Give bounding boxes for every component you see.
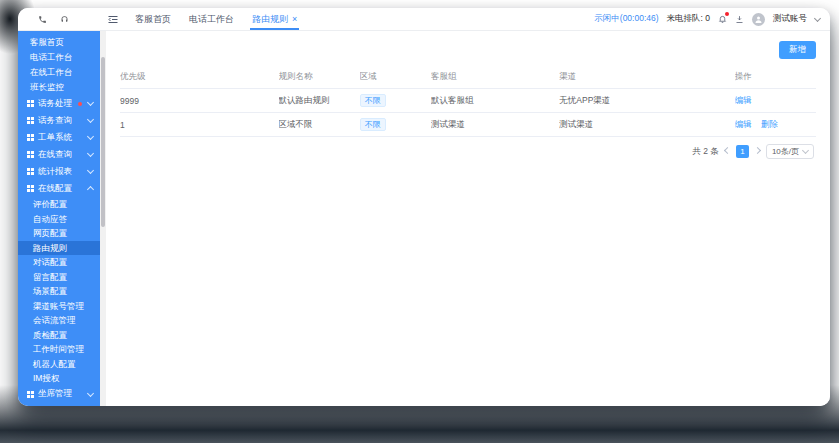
next-page-button[interactable] <box>755 150 760 153</box>
pagination: 共 2 条 1 10条/页 <box>120 137 816 166</box>
softphone-controls <box>18 15 96 24</box>
close-icon[interactable]: × <box>292 15 297 24</box>
sidebar-item-label: 客服首页 <box>30 37 64 47</box>
col-channel: 渠道 <box>559 71 734 83</box>
scrollbar-thumb[interactable] <box>101 57 105 227</box>
channel: 无忧APP渠道 <box>559 95 734 107</box>
tab-label: 路由规则 <box>252 13 288 26</box>
headset-icon[interactable] <box>60 15 69 24</box>
sidebar-item-channel-account-mgmt[interactable]: 渠道账号管理 <box>18 299 100 314</box>
app-body: 客服首页 电话工作台 在线工作台 班长监控 话务处理 话务查询 工单系统 <box>18 31 830 406</box>
grid-icon <box>27 100 34 107</box>
sidebar-group-agent-mgmt[interactable]: 坐席管理 <box>18 386 100 403</box>
chevron-down-icon <box>87 167 94 174</box>
table-toolbar: 新增 <box>120 31 816 66</box>
tab-bar: 客服首页 电话工作台 路由规则 × <box>126 8 306 30</box>
sidebar: 客服首页 电话工作台 在线工作台 班长监控 话务处理 话务查询 工单系统 <box>18 31 100 406</box>
sidebar-item-message-config[interactable]: 留言配置 <box>18 270 100 285</box>
agent-call-state[interactable]: 示闲中(00:00:46) <box>594 13 658 25</box>
sidebar-group-ticket-system[interactable]: 工单系统 <box>18 129 100 146</box>
notification-bell-icon[interactable] <box>718 14 727 24</box>
prev-page-button[interactable] <box>725 150 730 153</box>
table-row: 1 区域不限 不限 测试渠道 测试渠道 编辑 删除 <box>120 113 816 137</box>
sidebar-item-label: 网页配置 <box>33 228 67 238</box>
topbar: 客服首页 电话工作台 路由规则 × 示闲中(00:00:46) 来电排队: 0 <box>18 8 830 31</box>
sidebar-item-label: 工作时间管理 <box>33 344 84 354</box>
rule-name: 区域不限 <box>279 119 360 131</box>
tab-phone-workbench[interactable]: 电话工作台 <box>180 8 243 30</box>
grid-icon <box>27 134 34 141</box>
sidebar-item-scene-config[interactable]: 场景配置 <box>18 284 100 299</box>
grid-icon <box>27 168 34 175</box>
main-content: 新增 优先级 规则名称 区域 客服组 渠道 操作 9999 默认路由规则 不限 … <box>106 31 830 406</box>
download-icon[interactable] <box>735 15 744 24</box>
tab-home[interactable]: 客服首页 <box>126 8 180 30</box>
sidebar-group-online-query[interactable]: 在线查询 <box>18 146 100 163</box>
sidebar-group-label: 话务处理 <box>38 98 72 110</box>
sidebar-item-routing-rules[interactable]: 路由规则 <box>18 241 100 256</box>
edit-link[interactable]: 编辑 <box>735 95 752 105</box>
grid-icon <box>27 117 34 124</box>
region-tag: 不限 <box>360 118 386 131</box>
col-agent-group: 客服组 <box>431 71 559 83</box>
sidebar-item-evaluation-config[interactable]: 评价配置 <box>18 197 100 212</box>
sidebar-item-web-config[interactable]: 网页配置 <box>18 226 100 241</box>
sidebar-group-call-handling[interactable]: 话务处理 <box>18 95 100 112</box>
col-priority: 优先级 <box>120 71 279 83</box>
sidebar-group-statistics[interactable]: 统计报表 <box>18 163 100 180</box>
chevron-down-icon[interactable] <box>814 14 821 21</box>
priority-value: 1 <box>120 120 279 130</box>
sidebar-item-auto-reply[interactable]: 自动应答 <box>18 212 100 227</box>
page-size-select[interactable]: 10条/页 <box>766 144 814 159</box>
grid-icon <box>27 391 34 398</box>
sidebar-item-label: 对话配置 <box>33 257 67 267</box>
edit-link[interactable]: 编辑 <box>735 119 752 129</box>
sidebar-item-im-auth[interactable]: IM授权 <box>18 371 100 386</box>
sidebar-item-home[interactable]: 客服首页 <box>18 35 100 50</box>
avatar[interactable] <box>752 13 765 26</box>
sidebar-item-label: 机器人配置 <box>33 359 76 369</box>
account-name[interactable]: 测试账号 <box>773 13 807 25</box>
sidebar-item-robot-config[interactable]: 机器人配置 <box>18 357 100 372</box>
app-window: 客服首页 电话工作台 路由规则 × 示闲中(00:00:46) 来电排队: 0 <box>18 8 830 406</box>
chevron-down-icon <box>87 389 94 396</box>
region-tag: 不限 <box>360 94 386 107</box>
sidebar-group-label: 在线查询 <box>38 149 72 161</box>
delete-link[interactable]: 删除 <box>761 119 778 129</box>
sidebar-item-dialog-config[interactable]: 对话配置 <box>18 255 100 270</box>
sidebar-item-label: 场景配置 <box>33 286 67 296</box>
sidebar-item-qc-config[interactable]: 质检配置 <box>18 328 100 343</box>
sidebar-item-label: 班长监控 <box>30 82 64 92</box>
sidebar-item-label: 评价配置 <box>33 199 67 209</box>
phone-icon[interactable] <box>38 15 47 24</box>
sidebar-item-label: IM授权 <box>33 373 59 383</box>
priority-value: 9999 <box>120 96 279 106</box>
tab-label: 电话工作台 <box>189 13 234 26</box>
sidebar-item-worktime-mgmt[interactable]: 工作时间管理 <box>18 342 100 357</box>
sidebar-group-label: 统计报表 <box>38 166 72 178</box>
sidebar-item-label: 会话流管理 <box>33 315 76 325</box>
pagination-total: 共 2 条 <box>692 146 718 158</box>
channel: 测试渠道 <box>559 119 734 131</box>
col-actions: 操作 <box>735 71 816 83</box>
sidebar-item-online-workbench[interactable]: 在线工作台 <box>18 65 100 80</box>
sidebar-group-label: 工单系统 <box>38 132 72 144</box>
call-queue-count: 来电排队: 0 <box>667 13 710 25</box>
page-size-value: 10条/页 <box>772 146 799 157</box>
add-button[interactable]: 新增 <box>779 41 816 59</box>
topbar-right: 示闲中(00:00:46) 来电排队: 0 测试账号 <box>594 13 830 26</box>
chevron-up-icon <box>87 186 94 193</box>
sidebar-item-monitor[interactable]: 班长监控 <box>18 80 100 95</box>
sidebar-item-session-flow-mgmt[interactable]: 会话流管理 <box>18 313 100 328</box>
sidebar-group-call-query[interactable]: 话务查询 <box>18 112 100 129</box>
sidebar-group-online-config[interactable]: 在线配置 <box>18 180 100 197</box>
sidebar-item-label: 自动应答 <box>33 214 67 224</box>
collapse-sidebar-icon[interactable] <box>108 15 118 24</box>
chevron-down-icon <box>802 147 809 154</box>
sidebar-item-phone-workbench[interactable]: 电话工作台 <box>18 50 100 65</box>
sidebar-item-label: 在线工作台 <box>30 67 73 77</box>
tab-routing-rules[interactable]: 路由规则 × <box>243 8 306 30</box>
col-rule-name: 规则名称 <box>279 71 360 83</box>
page-number[interactable]: 1 <box>736 145 749 158</box>
sidebar-scrollbar[interactable] <box>100 31 106 406</box>
